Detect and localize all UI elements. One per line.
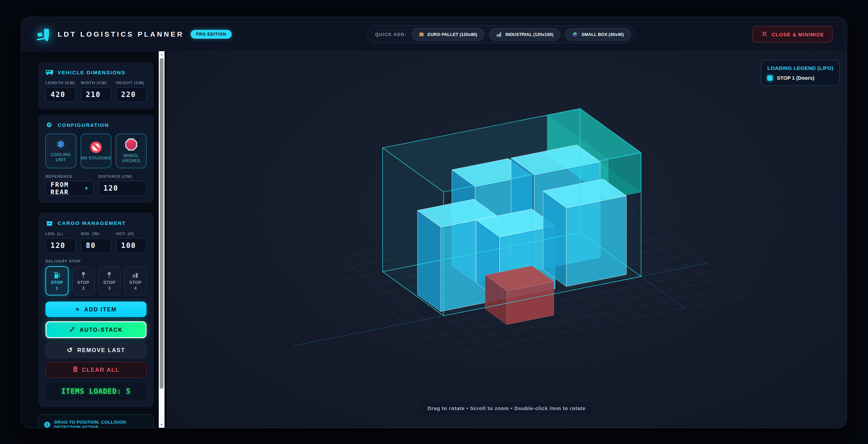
- length-label: LENGTH (CM): [45, 81, 76, 85]
- chevron-down-icon: ▼: [84, 186, 89, 191]
- legend-title: LOADING LEGEND (LIFO): [767, 65, 833, 71]
- quick-add-bar: QUICK ADD: EURO PALLET (120x80) INDUSTRI…: [367, 25, 635, 43]
- stop-sign-icon: [125, 138, 137, 151]
- delivery-stop-label: DELIVERY STOP: [45, 259, 147, 263]
- stop-2-button[interactable]: STOP 2: [72, 266, 95, 295]
- close-minimize-button[interactable]: CLOSE & MINIMIZE: [753, 26, 832, 42]
- sidebar: VEHICLE DIMENSIONS LENGTH (CM) WIDTH (CM…: [21, 51, 167, 428]
- loading-legend: LOADING LEGEND (LIFO) STOP 1 (Doors): [761, 60, 840, 86]
- cargo-width-input[interactable]: [81, 238, 111, 253]
- quick-add-label: QUICK ADD:: [375, 32, 407, 37]
- add-item-button[interactable]: + ADD ITEM: [45, 302, 147, 317]
- pin-icon: [107, 271, 112, 279]
- cargo-height-field: HGT. (H): [116, 232, 147, 253]
- gear-icon: ⚙: [45, 122, 54, 128]
- distance-label: DISTANCE (CM): [98, 174, 147, 178]
- collision-hint: i DRAG TO POSITION. COLLISION DETECTION …: [38, 414, 154, 428]
- cargo-management-title: CARGO MANAGEMENT: [45, 220, 147, 226]
- height-field: HEIGHT (CM): [116, 81, 147, 102]
- quick-add-industrial-button[interactable]: INDUSTRIAL (120x100): [489, 28, 560, 41]
- cargo-box-icon: [45, 220, 54, 226]
- remove-last-button[interactable]: ↺ REMOVE LAST: [45, 342, 147, 358]
- page-title: LDT LOGISTICS PLANNER: [58, 30, 184, 38]
- snowflake-icon: ❄: [57, 139, 65, 150]
- delivery-truck-icon: [131, 271, 139, 279]
- stop-3-button[interactable]: STOP 3: [98, 266, 121, 295]
- configuration-card: ⚙ CONFIGURATION ❄ COOLING UNIT NO STACKI…: [38, 115, 154, 203]
- legend-item: STOP 1 (Doors): [767, 75, 833, 81]
- header: LDT LOGISTICS PLANNER PRO EDITION QUICK …: [21, 17, 847, 51]
- scroll-up-arrow-icon[interactable]: ▲: [159, 51, 165, 57]
- cargo-management-card: CARGO MANAGEMENT LEN. (L) WID. (W) HGT. …: [38, 213, 154, 407]
- length-input[interactable]: [45, 87, 76, 102]
- cargo-length-field: LEN. (L): [45, 232, 76, 253]
- cargo-3d-viewport[interactable]: LOADING LEGEND (LIFO) STOP 1 (Doors) Dra…: [167, 51, 847, 428]
- width-input[interactable]: [81, 87, 111, 102]
- length-field: LENGTH (CM): [45, 81, 76, 102]
- sidebar-scrollbar[interactable]: ▲ ▼: [159, 51, 165, 428]
- scroll-down-arrow-icon[interactable]: ▼: [159, 422, 165, 428]
- hand-truck-logo-icon: [36, 27, 51, 42]
- cooling-unit-toggle[interactable]: ❄ COOLING UNIT: [45, 134, 76, 168]
- cargo-length-input[interactable]: [45, 238, 76, 253]
- height-label: HEIGHT (CM): [116, 81, 147, 85]
- reference-select[interactable]: FROM REAR ▼: [45, 181, 94, 196]
- undo-icon: ↺: [67, 346, 73, 354]
- cargo-width-field: WID. (W): [81, 232, 111, 253]
- cargo-height-input[interactable]: [116, 238, 147, 253]
- reference-label: REFERENCE: [45, 174, 94, 178]
- pallet-box-icon: [419, 32, 424, 37]
- scrollbar-thumb[interactable]: [160, 58, 163, 389]
- quick-add-small-box-button[interactable]: SMALL BOX (40x40): [565, 28, 631, 41]
- factory-icon: [496, 32, 502, 37]
- auto-stack-button[interactable]: AUTO-STACK: [45, 321, 147, 338]
- status-panel: ITEMS LOADED: 5: [45, 383, 147, 400]
- stop-4-button[interactable]: STOP 4: [124, 266, 147, 295]
- items-loaded-status: ITEMS LOADED: 5: [61, 387, 131, 395]
- distance-field: DISTANCE (CM): [98, 174, 147, 196]
- no-stacking-toggle[interactable]: NO STACKING: [81, 134, 112, 168]
- collapse-arrows-icon: [761, 31, 768, 38]
- configuration-title: ⚙ CONFIGURATION: [45, 122, 147, 128]
- app-window: LDT LOGISTICS PLANNER PRO EDITION QUICK …: [21, 17, 847, 428]
- reference-field: REFERENCE FROM REAR ▼: [45, 174, 94, 196]
- viewport-controls-hint: Drag to rotate • Scroll to zoom • Double…: [418, 401, 595, 416]
- pro-edition-badge: PRO EDITION: [191, 30, 232, 39]
- clear-all-button[interactable]: CLEAR ALL: [45, 362, 147, 378]
- info-icon: i: [44, 422, 50, 428]
- quick-add-euro-pallet-button[interactable]: EURO PALLET (120x80): [411, 28, 484, 41]
- height-input[interactable]: [116, 87, 147, 102]
- fuel-pump-icon: [53, 271, 61, 279]
- small-box-icon: [572, 32, 578, 37]
- van-icon: [45, 70, 54, 75]
- pin-icon: [81, 271, 86, 279]
- distance-input[interactable]: [98, 181, 147, 196]
- stop1-color-swatch: [767, 75, 773, 81]
- vehicle-dimensions-title: VEHICLE DIMENSIONS: [45, 70, 147, 75]
- wheel-arches-toggle[interactable]: WHEEL ARCHES: [116, 134, 147, 168]
- plus-icon: +: [75, 305, 80, 313]
- no-entry-icon: [90, 141, 102, 153]
- width-label: WIDTH (CM): [81, 81, 111, 85]
- width-field: WIDTH (CM): [81, 81, 111, 102]
- cargo-3d-scene[interactable]: [167, 51, 847, 428]
- trash-icon: [73, 366, 78, 373]
- vehicle-dimensions-card: VEHICLE DIMENSIONS LENGTH (CM) WIDTH (CM…: [38, 62, 154, 109]
- brand: LDT LOGISTICS PLANNER PRO EDITION: [36, 17, 232, 51]
- magic-wand-icon: [69, 326, 76, 334]
- stop-1-button[interactable]: STOP 1: [45, 266, 69, 295]
